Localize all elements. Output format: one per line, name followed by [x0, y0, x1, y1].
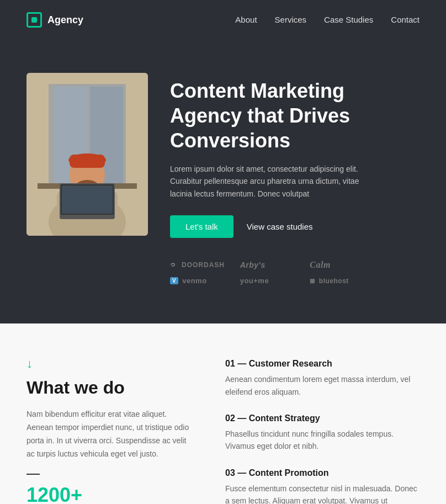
service-item-1: 01 — Customer Research Aenean condimentu…	[225, 359, 420, 398]
hero-content: Content Marketing Agency that Drives Con…	[170, 73, 420, 285]
nav-link-services[interactable]: Services	[275, 15, 307, 24]
brand-logos: DOORDASH Arby's Calm V venmo you+me ▦ bl…	[170, 260, 369, 285]
hero-section: Content Marketing Agency that Drives Con…	[0, 40, 446, 323]
service-desc-3: Fusce elementum consectetur nisl in male…	[225, 482, 420, 504]
nav-link-about[interactable]: About	[235, 15, 257, 24]
what-left: ↓ What we do Nam bibendum efficitur erat…	[26, 357, 192, 504]
section-arrow: ↓	[26, 357, 192, 371]
service-item-2: 02 — Content Strategy Phasellus tincidun…	[225, 413, 420, 453]
view-case-studies-button[interactable]: View case studies	[247, 222, 313, 231]
what-description: Nam bibendum efficitur erat vitae alique…	[26, 408, 192, 460]
logo-youtme: you+me	[240, 277, 299, 285]
hero-title: Content Marketing Agency that Drives Con…	[170, 78, 420, 153]
service-item-3: 03 — Content Promotion Fusce elementum c…	[225, 468, 420, 504]
navbar: Agency About Services Case Studies Conta…	[0, 0, 446, 40]
hero-description: Lorem ipsum dolor sit amet, consectetur …	[170, 163, 369, 200]
nav-brand: Agency	[26, 12, 83, 28]
service-desc-1: Aenean condimentum lorem eget massa inte…	[225, 373, 420, 398]
stat-number: 1200+	[26, 484, 192, 504]
logo-bluehost: ▦ bluehost	[310, 277, 369, 285]
lets-talk-button[interactable]: Let's talk	[170, 215, 233, 238]
what-title: What we do	[26, 378, 192, 398]
hero-buttons: Let's talk View case studies	[170, 215, 420, 238]
logo-doordash: DOORDASH	[170, 260, 229, 270]
brand-name: Agency	[47, 14, 83, 26]
what-right: 01 — Customer Research Aenean condimentu…	[225, 357, 420, 504]
service-title-1: 01 — Customer Research	[225, 359, 420, 369]
hero-image	[26, 73, 148, 236]
service-title-2: 02 — Content Strategy	[225, 413, 420, 423]
logo-calm: Calm	[310, 260, 369, 270]
brand-icon-inner	[31, 17, 37, 23]
logo-arbys: Arby's	[240, 260, 299, 270]
svg-rect-8	[70, 155, 105, 168]
nav-link-contact[interactable]: Contact	[391, 15, 420, 24]
logo-venmo: V venmo	[170, 277, 229, 285]
nav-links: About Services Case Studies Contact	[235, 15, 420, 25]
service-desc-2: Phasellus tincidunt nunc fringilla sodal…	[225, 428, 420, 453]
what-section: ↓ What we do Nam bibendum efficitur erat…	[0, 323, 446, 504]
divider	[26, 474, 40, 475]
service-title-3: 03 — Content Promotion	[225, 468, 420, 478]
svg-rect-14	[62, 185, 113, 214]
brand-icon	[26, 12, 42, 28]
nav-link-case-studies[interactable]: Case Studies	[324, 15, 373, 24]
